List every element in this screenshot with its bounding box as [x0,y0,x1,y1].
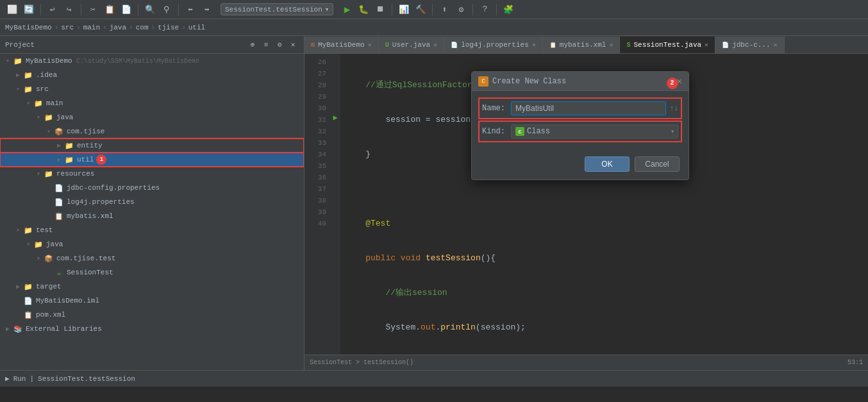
breadcrumb-project[interactable]: MyBatisDemo [5,24,52,31]
search2-icon[interactable]: ⚲ [160,3,174,17]
dialog-cancel-button[interactable]: Cancel [635,156,680,172]
debug-button[interactable]: 🐛 [356,3,371,17]
tab-jdbc[interactable]: 📄 jdbc-c... ✕ [715,37,784,53]
breadcrumb-src[interactable]: src [61,24,74,31]
cut-icon[interactable]: ✂ [86,3,100,17]
tree-item-log4j[interactable]: 📄 log4j.properties [0,195,304,209]
tab-sessiontest[interactable]: S SessionTest.java ✕ [620,37,715,53]
paste-icon[interactable]: 📄 [119,3,133,17]
tree-item-test-java[interactable]: ▾ 📁 java [0,237,304,251]
line-numbers: 26 27 28 29 30 31 32 33 34 35 36 37 38 3… [305,54,330,355]
forward-icon[interactable]: ↪ [62,3,76,17]
folder-icon-test-java: 📁 [33,239,44,249]
tree-item-mybatis-xml[interactable]: 📋 mybatis.xml [0,209,304,223]
tree-item-src[interactable]: ▾ 📁 src [0,82,304,96]
help-icon[interactable]: ? [478,3,492,17]
dialog-name-input[interactable] [511,101,666,115]
plugin-icon[interactable]: 🧩 [501,3,515,17]
coverage-icon[interactable]: 📊 [397,3,411,17]
sort-icon[interactable]: ↑↓ [670,105,678,112]
sidebar-tree: ▾ 📁 MyBatisDemo C:\study\SSM\MyBatis\MyB… [0,54,304,370]
tree-item-root[interactable]: ▾ 📁 MyBatisDemo C:\study\SSM\MyBatis\MyB… [0,54,304,68]
breadcrumb-main[interactable]: main [83,24,100,31]
tree-arrow-src: ▾ [13,85,23,93]
sidebar: Project ⊕ ≡ ⚙ ✕ ▾ 📁 MyBatisDemo C:\study… [0,36,305,370]
toolbar-sep-8 [496,4,497,15]
tree-item-target[interactable]: ▶ 📁 target [0,280,304,294]
tree-item-com-tjise-test[interactable]: ▾ 📦 com.tjise.test [0,251,304,265]
tree-label-jdbc-config: jdbc-config.properties [67,184,160,192]
tree-item-jdbc-config[interactable]: 📄 jdbc-config.properties [0,181,304,195]
tree-item-com-tjise[interactable]: ▾ 📦 com.tjise [0,124,304,138]
sidebar-icon-add[interactable]: ⊕ [247,39,258,51]
sidebar-icon-settings[interactable]: ⚙ [274,39,285,51]
run-button[interactable]: ▶ [340,3,354,17]
breadcrumb-sep-5: › [151,24,156,31]
tree-item-test[interactable]: ▾ 📁 test [0,223,304,237]
breadcrumb-sep-6: › [181,24,186,31]
vcs-icon[interactable]: ⬆ [437,3,451,17]
tree-item-sessiontest[interactable]: ☕ SessionTest [0,265,304,280]
tree-item-external-libs[interactable]: ▶ 📚 External Libraries [0,322,304,336]
tab-close-log4j[interactable]: ✕ [532,41,536,49]
tree-item-main[interactable]: ▾ 📁 main [0,96,304,110]
tab-icon-user: U [385,42,389,49]
tab-log4j[interactable]: 📄 log4j.properties ✕ [444,37,543,53]
tree-item-util[interactable]: ▶ 📁 util 1 [0,153,304,167]
tree-arrow-entity: ▶ [54,142,64,149]
tab-label-sessiontest: SessionTest.java [633,41,701,49]
dialog-kind-select[interactable]: C Class [511,124,678,138]
tab-label-log4j: log4j.properties [461,41,529,49]
search-icon[interactable]: 🔍 [143,3,157,17]
next-icon[interactable]: ➡ [200,3,214,17]
tab-mybatis-xml[interactable]: 📋 mybatis.xml ✕ [543,37,621,53]
session-dropdown[interactable]: SessionTest.testSession ▾ [221,3,333,15]
package-icon-test: 📦 [44,253,54,264]
code-line-33: System.out.println(session); [346,322,863,333]
sidebar-title: Project [5,41,244,49]
dialog-ok-button[interactable]: OK [585,156,630,172]
sidebar-icon-close[interactable]: ✕ [287,39,299,51]
tree-label-src: src [36,85,49,93]
prev-icon[interactable]: ⬅ [183,3,197,17]
tab-close-jdbc[interactable]: ✕ [774,41,778,49]
tree-label-iml: MyBatisDemo.iml [36,297,99,305]
tab-user-java[interactable]: U User.java ✕ [379,37,444,53]
tab-close-user[interactable]: ✕ [433,41,437,49]
code-text-32: //输出session [346,287,447,299]
copy-icon[interactable]: 📋 [103,3,117,17]
toolbar-icon-1[interactable]: ⬜ [5,3,19,17]
line-gutter: ▶ [330,54,340,355]
toolbar-icon-2[interactable]: 🔄 [22,3,36,17]
stop-icon[interactable]: ⏹ [373,3,387,17]
breadcrumb-tjise[interactable]: tjise [158,24,179,31]
tab-close-mybatisdemo[interactable]: ✕ [368,41,372,49]
tree-label-sessiontest: SessionTest [67,269,113,276]
folder-icon-test: 📁 [23,225,33,235]
tab-close-mybatis[interactable]: ✕ [609,41,613,49]
tree-label-external-libs: External Libraries [26,325,102,333]
tab-label-user-java: User.java [392,41,430,49]
breadcrumb-com[interactable]: com [136,24,149,31]
tab-mybatisdemo[interactable]: m MyBatisDemo ✕ [305,37,379,53]
tree-item-entity[interactable]: ▶ 📁 entity [0,138,304,153]
sidebar-icon-sync[interactable]: ≡ [260,39,272,51]
editor-path: SessionTest > testSession() [310,359,842,366]
dialog-kind-label: Kind: [482,127,511,136]
tree-item-idea[interactable]: ▶ 📁 .idea [0,68,304,82]
breadcrumb-util[interactable]: util [188,24,205,31]
tree-label-log4j: log4j.properties [67,198,135,206]
tab-icon-log4j: 📄 [451,42,458,49]
tree-label-test: test [36,226,53,234]
build-icon[interactable]: 🔨 [413,3,428,17]
code-line-29 [346,183,863,195]
tree-item-java[interactable]: ▾ 📁 java [0,110,304,124]
toolbar-sep-4 [178,4,179,15]
back-icon[interactable]: ↩ [46,3,60,17]
tree-item-iml[interactable]: 📄 MyBatisDemo.iml [0,294,304,308]
tree-item-pom[interactable]: 📋 pom.xml [0,308,304,322]
tab-close-sessiontest[interactable]: ✕ [705,41,708,49]
settings-icon[interactable]: ⚙ [454,3,468,17]
breadcrumb-java[interactable]: java [110,24,126,31]
tree-item-resources[interactable]: ▾ 📁 resources [0,167,304,181]
